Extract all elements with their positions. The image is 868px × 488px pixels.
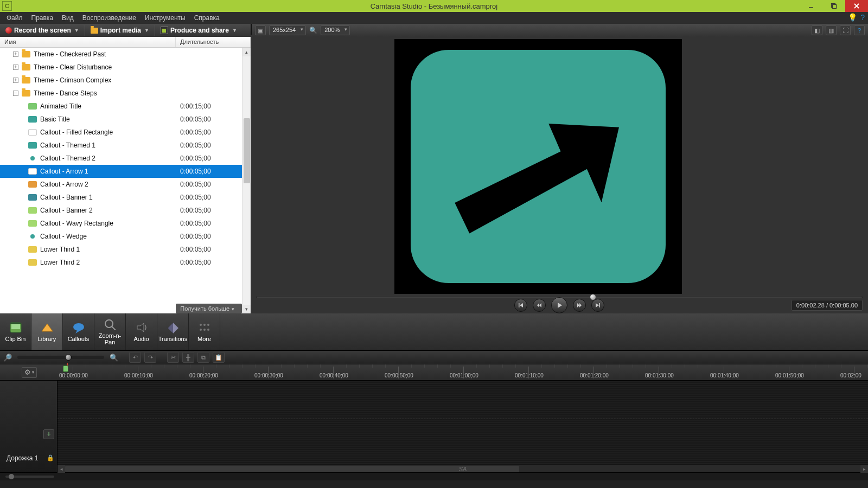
ruler-tick-label: 00:00:00;00 (59, 373, 92, 378)
resize-canvas-icon[interactable]: ▣ (255, 25, 266, 35)
tooltab-callouts[interactable]: Callouts (63, 313, 94, 350)
asset-row[interactable]: Callout - Wedge0:00:05;00 (0, 230, 251, 243)
expand-icon[interactable]: + (13, 52, 18, 57)
asset-row[interactable]: Callout - Themed 20:00:05;00 (0, 152, 251, 165)
asset-row[interactable]: Callout - Banner 10:00:05;00 (0, 191, 251, 204)
library-scrollbar[interactable]: ▴ ▾ (242, 48, 251, 313)
track-1-lock-icon[interactable]: 🔒 (47, 454, 54, 461)
tracks-canvas[interactable]: ◂ ▸ SA (58, 381, 868, 472)
tips-icon[interactable]: 💡 (848, 13, 857, 22)
asset-row[interactable]: Callout - Arrow 10:00:05;00 (0, 165, 251, 178)
tooltab-transitions[interactable]: Transitions (157, 313, 189, 350)
paste-button[interactable]: 📋 (213, 352, 225, 363)
tooltab-zoom-n-pan[interactable]: Zoom-n-Pan (94, 313, 126, 350)
minimize-button[interactable] (800, 0, 822, 12)
menu-file[interactable]: Файл (2, 13, 27, 23)
track-height-knob[interactable] (9, 474, 14, 479)
playhead-handle[interactable] (63, 365, 68, 372)
hscroll-right-icon[interactable]: ▸ (860, 465, 868, 473)
prev-clip-button[interactable] (514, 299, 527, 312)
asset-row[interactable]: Callout - Themed 10:00:05;00 (0, 139, 251, 152)
copy-button[interactable]: ⧉ (197, 352, 209, 363)
maximize-button[interactable] (822, 0, 845, 12)
preview-canvas[interactable] (251, 37, 868, 294)
preview-help[interactable]: ? (854, 25, 865, 35)
tooltab-clip-bin[interactable]: Clip Bin (0, 313, 31, 350)
ruler-minor-tick (177, 364, 177, 368)
record-screen-button[interactable]: Record the screen ▼ (2, 24, 82, 36)
tooltab-icon (197, 322, 212, 333)
ruler-minor-tick (620, 364, 620, 368)
close-button[interactable] (845, 0, 868, 12)
svg-point-18 (73, 323, 84, 331)
timeline-zoom-slider[interactable] (17, 356, 104, 359)
asset-thumb-icon (28, 142, 37, 149)
theme-folder-row[interactable]: +Theme - Crimson Complex (0, 74, 251, 87)
produce-share-button[interactable]: ▦ Produce and share ▼ (157, 24, 240, 36)
asset-row[interactable]: Callout - Filled Rectangle0:00:05;00 (0, 126, 251, 139)
menu-edit[interactable]: Правка (27, 13, 58, 23)
next-clip-button[interactable] (591, 299, 604, 312)
redo-button[interactable]: ↷ (144, 352, 156, 363)
zoom-dropdown[interactable]: 200% (321, 25, 350, 35)
timeline-ruler[interactable]: ⚙▾ 00:00:00;0000:00:10;0000:00:20;0000:0… (0, 364, 868, 381)
menu-tools[interactable]: Инструменты (141, 13, 190, 23)
expand-icon[interactable]: + (13, 65, 18, 70)
preview-tool-1[interactable]: ◧ (812, 25, 822, 35)
asset-row[interactable]: Basic Title0:00:05;00 (0, 113, 251, 126)
timeline-options-button[interactable]: ⚙▾ (22, 367, 37, 378)
zoom-in-icon[interactable]: 🔍 (110, 354, 118, 362)
step-forward-button[interactable] (573, 299, 586, 312)
asset-row[interactable]: Callout - Arrow 20:00:05;00 (0, 178, 251, 191)
split-button[interactable]: ╫ (182, 352, 194, 363)
ruler-tick: 00:01:50;00 (789, 367, 789, 378)
preview-fullscreen[interactable]: ⛶ (840, 25, 851, 35)
tooltab-library[interactable]: Library (31, 313, 63, 350)
tooltab-audio[interactable]: Audio (126, 313, 157, 350)
get-more-button[interactable]: Получить больше (176, 304, 242, 313)
menu-playback[interactable]: Воспроизведение (78, 13, 141, 23)
step-back-button[interactable] (533, 299, 546, 312)
asset-row[interactable]: Callout - Wavy Rectangle0:00:05;00 (0, 217, 251, 230)
separator (155, 25, 155, 36)
add-track-button[interactable]: + (43, 429, 54, 439)
ruler-minor-tick (567, 364, 568, 368)
zoom-out-icon[interactable]: 🔎 (3, 354, 12, 362)
canvas-dimensions-dropdown[interactable]: 265x254 (269, 25, 306, 35)
help-icon[interactable]: ? (860, 13, 865, 22)
theme-folder-row[interactable]: −Theme - Dance Steps (0, 87, 251, 100)
scroll-down-icon[interactable]: ▾ (242, 305, 251, 313)
hscroll-thumb[interactable] (65, 466, 519, 472)
asset-row[interactable]: Lower Third 20:00:05;00 (0, 256, 251, 269)
menu-help[interactable]: Справка (190, 13, 224, 23)
zoom-knob[interactable] (65, 354, 72, 361)
cut-button[interactable]: ✂ (167, 352, 179, 363)
timeline-hscrollbar[interactable]: ◂ ▸ (58, 465, 868, 472)
column-duration[interactable]: Длительность (176, 37, 251, 47)
undo-button[interactable]: ↶ (129, 352, 141, 363)
track-height-slider[interactable] (5, 476, 54, 478)
asset-row[interactable]: Animated Title0:00:15;00 (0, 100, 251, 113)
svg-point-20 (105, 320, 113, 328)
asset-row[interactable]: Lower Third 10:00:05;00 (0, 243, 251, 256)
theme-folder-row[interactable]: +Theme - Checkered Past (0, 48, 251, 61)
ruler-tick: 00:00:00;00 (73, 367, 73, 378)
menu-view[interactable]: Вид (58, 13, 78, 23)
scroll-up-icon[interactable]: ▴ (242, 48, 251, 56)
asset-row[interactable]: Callout - Banner 20:00:05;00 (0, 204, 251, 217)
column-name[interactable]: Имя (0, 37, 176, 47)
tooltab-more[interactable]: More (189, 313, 220, 350)
scroll-thumb[interactable] (244, 118, 250, 183)
ruler-tick: 00:00:50;00 (398, 367, 399, 378)
play-button[interactable] (551, 297, 567, 313)
expand-icon[interactable]: + (13, 78, 18, 83)
svg-marker-5 (453, 119, 619, 241)
collapse-icon[interactable]: − (13, 91, 18, 96)
hscroll-left-icon[interactable]: ◂ (58, 465, 65, 473)
playhead[interactable] (63, 365, 68, 372)
track-1-label[interactable]: Дорожка 1 (7, 454, 38, 462)
preview-tool-2[interactable]: ▥ (826, 25, 837, 35)
theme-folder-row[interactable]: +Theme - Clear Disturbance (0, 61, 251, 74)
timeline-toolbar: 🔎 🔍 ↶ ↷ ✂ ╫ ⧉ 📋 (0, 350, 868, 364)
import-media-button[interactable]: Import media ▼ (87, 24, 152, 36)
